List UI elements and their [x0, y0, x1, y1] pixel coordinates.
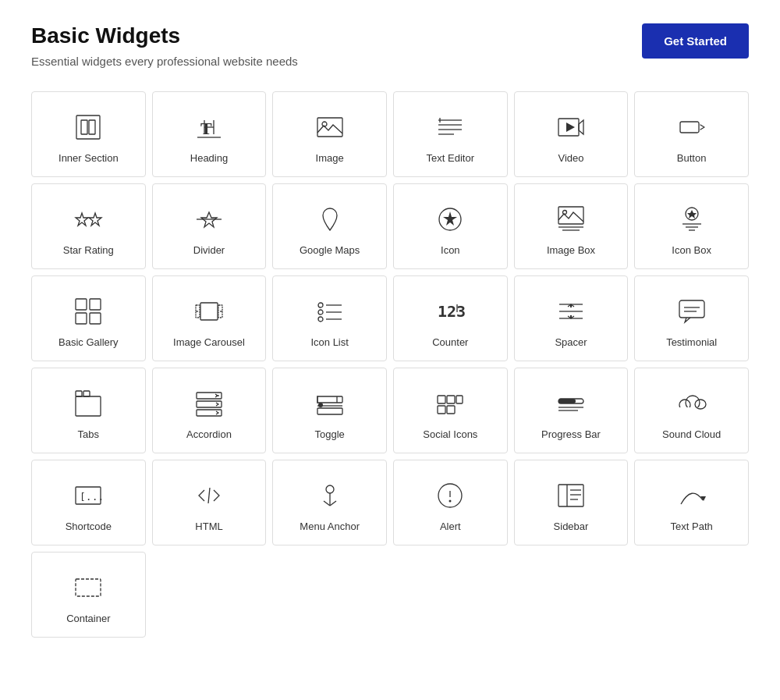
widget-label-google-maps: Google Maps — [300, 244, 360, 256]
svg-marker-16 — [579, 120, 583, 134]
svg-marker-25 — [443, 211, 457, 226]
widget-card-sound-cloud[interactable]: Sound Cloud — [634, 368, 749, 453]
basic-gallery-icon — [71, 294, 105, 329]
svg-rect-1 — [81, 120, 87, 134]
svg-point-68 — [318, 403, 323, 407]
svg-point-42 — [318, 303, 323, 307]
toggle-icon — [313, 386, 347, 421]
widget-card-star-rating[interactable]: Star Rating — [31, 183, 146, 269]
container-icon — [71, 570, 105, 605]
widget-card-sidebar[interactable]: Sidebar — [514, 460, 629, 545]
svg-rect-8 — [317, 118, 342, 137]
widget-card-shortcode[interactable]: [...]Shortcode — [31, 460, 146, 545]
image-carousel-icon — [192, 294, 226, 329]
header-left: Basic Widgets Essential widgets every pr… — [31, 23, 298, 68]
widget-card-icon-list[interactable]: Icon List — [272, 275, 387, 361]
image-box-icon — [554, 202, 588, 236]
svg-point-44 — [318, 310, 323, 314]
widget-label-sound-cloud: Sound Cloud — [662, 428, 721, 440]
svg-rect-94 — [558, 485, 583, 506]
widget-card-counter[interactable]: 123Counter — [393, 275, 508, 361]
svg-text:123: 123 — [438, 302, 465, 321]
html-icon — [192, 478, 226, 513]
widget-card-image-carousel[interactable]: Image Carousel — [152, 275, 267, 361]
social-icons-icon — [433, 386, 467, 421]
page-subtitle: Essential widgets every professional web… — [31, 55, 298, 68]
widget-label-icon-list: Icon List — [310, 336, 348, 348]
svg-rect-0 — [76, 115, 100, 139]
widget-label-icon: Icon — [441, 244, 460, 256]
svg-line-86 — [208, 488, 210, 503]
icon-icon — [433, 202, 467, 236]
svg-rect-39 — [200, 303, 218, 320]
spacer-icon — [554, 294, 588, 329]
widget-label-icon-box: Icon Box — [672, 244, 711, 256]
widget-card-alert[interactable]: Alert — [393, 460, 508, 545]
svg-line-90 — [330, 501, 336, 506]
sound-cloud-icon — [675, 386, 709, 421]
widget-card-text-path[interactable]: Text Path — [634, 460, 749, 545]
svg-marker-17 — [566, 123, 575, 132]
svg-rect-75 — [447, 406, 455, 414]
svg-line-89 — [324, 501, 330, 506]
widget-label-menu-anchor: Menu Anchor — [300, 521, 360, 532]
widget-card-social-icons[interactable]: Social Icons — [393, 368, 508, 453]
widget-card-heading[interactable]: THeading — [152, 91, 267, 177]
page-title: Basic Widgets — [31, 23, 298, 48]
svg-rect-18 — [680, 122, 699, 133]
svg-marker-20 — [89, 213, 101, 226]
widget-label-html: HTML — [195, 521, 222, 532]
widget-card-video[interactable]: Video — [514, 91, 629, 177]
widget-label-shortcode: Shortcode — [66, 521, 112, 532]
widget-label-inner-section: Inner Section — [58, 152, 119, 164]
widget-card-icon-box[interactable]: Icon Box — [634, 183, 749, 269]
widget-label-spacer: Spacer — [555, 336, 587, 348]
svg-rect-38 — [90, 313, 101, 324]
widget-label-text-editor: Text Editor — [427, 152, 474, 164]
widget-label-image: Image — [316, 152, 344, 164]
progress-bar-icon — [554, 386, 588, 421]
svg-rect-73 — [456, 396, 463, 403]
svg-rect-55 — [679, 300, 704, 318]
text-path-icon — [675, 478, 709, 513]
text-editor-icon — [433, 110, 467, 144]
widget-card-button[interactable]: Button — [634, 91, 749, 177]
page-header: Basic Widgets Essential widgets every pr… — [31, 23, 749, 68]
widget-card-tabs[interactable]: Tabs — [31, 368, 146, 453]
widget-label-counter: Counter — [432, 336, 468, 348]
svg-text:T: T — [200, 119, 212, 138]
widget-label-star-rating: Star Rating — [63, 244, 114, 256]
image-icon — [313, 110, 347, 144]
svg-point-27 — [562, 210, 566, 214]
widget-card-text-editor[interactable]: Text Editor — [393, 91, 508, 177]
widget-card-divider[interactable]: Divider — [152, 183, 267, 269]
widget-label-testimonial: Testimonial — [666, 336, 717, 348]
svg-point-87 — [326, 485, 334, 493]
widget-card-container[interactable]: Container — [31, 552, 146, 638]
widget-card-accordion[interactable]: Accordion — [152, 368, 267, 453]
widget-card-basic-gallery[interactable]: Basic Gallery — [31, 275, 146, 361]
widget-card-spacer[interactable]: Spacer — [514, 275, 629, 361]
svg-rect-71 — [438, 396, 445, 403]
widget-label-container: Container — [66, 613, 110, 624]
svg-rect-2 — [89, 120, 95, 134]
widget-card-image-box[interactable]: Image Box — [514, 183, 629, 269]
icon-list-icon — [313, 294, 347, 329]
widget-card-toggle[interactable]: Toggle — [272, 368, 387, 453]
get-started-button[interactable]: Get Started — [642, 23, 749, 59]
accordion-icon — [192, 386, 226, 421]
widget-card-progress-bar[interactable]: Progress Bar — [514, 368, 629, 453]
widget-card-testimonial[interactable]: Testimonial — [634, 275, 749, 361]
widget-card-google-maps[interactable]: Google Maps — [272, 183, 387, 269]
svg-rect-60 — [76, 396, 101, 416]
widget-card-inner-section[interactable]: Inner Section — [31, 91, 146, 177]
widget-card-icon[interactable]: Icon — [393, 183, 508, 269]
sidebar-icon — [554, 478, 588, 513]
widget-label-button: Button — [677, 152, 707, 164]
widget-label-tabs: Tabs — [78, 428, 99, 440]
widget-card-menu-anchor[interactable]: Menu Anchor — [272, 460, 387, 545]
widget-card-html[interactable]: HTML — [152, 460, 267, 545]
svg-point-46 — [318, 317, 323, 322]
svg-rect-70 — [317, 408, 342, 414]
widget-card-image[interactable]: Image — [272, 91, 387, 177]
